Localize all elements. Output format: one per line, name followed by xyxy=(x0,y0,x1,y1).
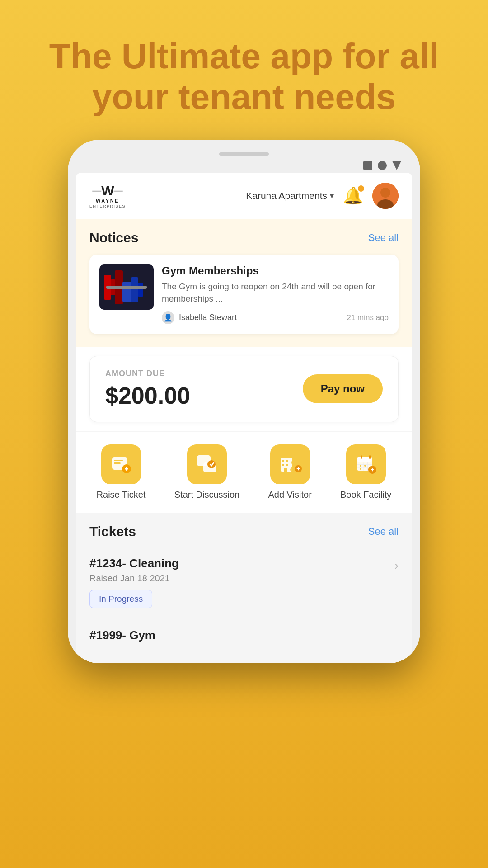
raise-ticket-icon xyxy=(101,444,141,484)
amount-value: $200.00 xyxy=(105,382,190,409)
svg-rect-24 xyxy=(286,464,288,466)
svg-rect-33 xyxy=(357,462,372,462)
add-visitor-label: Add Visitor xyxy=(268,490,311,500)
location-selector[interactable]: Karuna Apartments ▾ xyxy=(246,190,334,201)
tickets-title: Tickets xyxy=(89,524,136,539)
amount-info: AMOUNT DUE $200.00 xyxy=(105,369,190,409)
notices-see-all[interactable]: See all xyxy=(368,232,399,244)
amount-label: AMOUNT DUE xyxy=(105,369,190,378)
status-bar xyxy=(76,159,412,173)
start-discussion-action[interactable]: Start Discussion xyxy=(174,444,240,500)
add-visitor-action[interactable]: Add Visitor xyxy=(268,444,311,500)
svg-rect-21 xyxy=(282,460,284,462)
svg-point-40 xyxy=(360,468,361,470)
status-square-icon xyxy=(363,161,372,170)
ticket-1-content: #1234- Cleaning Raised Jan 18 2021 In Pr… xyxy=(89,557,394,608)
svg-rect-41 xyxy=(361,455,362,459)
svg-point-38 xyxy=(360,465,361,467)
phone-screen: — W — WAYNE ENTERPRISES Karuna Apartment… xyxy=(76,173,412,663)
svg-rect-16 xyxy=(126,467,127,471)
svg-rect-8 xyxy=(131,277,138,302)
ticket-1-date: Raised Jan 18 2021 xyxy=(89,573,394,584)
notification-bell[interactable]: 🔔 xyxy=(343,186,363,205)
svg-point-39 xyxy=(364,465,366,467)
hero-title: The Ultimate app for all your tenant nee… xyxy=(27,36,461,117)
notices-section: Notices See all xyxy=(76,219,412,346)
svg-point-19 xyxy=(207,460,216,468)
svg-rect-12 xyxy=(114,460,123,461)
tickets-section: Tickets See all #1234- Cleaning Raised J… xyxy=(76,513,412,663)
svg-rect-10 xyxy=(106,286,147,289)
ticket-1-badge: In Progress xyxy=(89,590,152,608)
add-visitor-icon xyxy=(270,444,310,484)
svg-rect-22 xyxy=(286,460,288,462)
amount-due-section: AMOUNT DUE $200.00 Pay now xyxy=(76,347,412,431)
svg-point-26 xyxy=(291,459,298,466)
ticket-2-id: #1999- Gym xyxy=(89,628,399,642)
svg-rect-7 xyxy=(122,282,131,302)
phone-mockup: — W — WAYNE ENTERPRISES Karuna Apartment… xyxy=(68,140,420,663)
avatar-image xyxy=(372,183,399,209)
logo: — W — WAYNE ENTERPRISES xyxy=(89,183,126,209)
svg-rect-13 xyxy=(114,462,121,464)
svg-rect-30 xyxy=(298,467,299,470)
app-header: — W — WAYNE ENTERPRISES Karuna Apartment… xyxy=(76,173,412,219)
book-facility-icon xyxy=(346,444,386,484)
tickets-see-all[interactable]: See all xyxy=(368,526,399,538)
status-wifi-icon xyxy=(392,161,401,170)
svg-rect-36 xyxy=(363,462,364,471)
quick-actions: Raise Ticket Start Discussion xyxy=(76,431,412,513)
chevron-down-icon: ▾ xyxy=(330,191,334,201)
author-name: Isabella Stewart xyxy=(179,313,237,322)
raise-ticket-action[interactable]: Raise Ticket xyxy=(97,444,146,500)
notices-header: Notices See all xyxy=(89,230,399,245)
notice-card[interactable]: Gym Memberships The Gym is going to reop… xyxy=(89,255,399,334)
avatar[interactable] xyxy=(372,183,399,209)
book-facility-label: Book Facility xyxy=(340,490,391,500)
gym-weights-svg xyxy=(102,266,151,309)
ticket-1-arrow: › xyxy=(394,558,399,573)
hero-title-area: The Ultimate app for all your tenant nee… xyxy=(0,0,488,140)
notice-content: Gym Memberships The Gym is going to reop… xyxy=(162,264,389,324)
start-discussion-label: Start Discussion xyxy=(174,490,240,500)
pay-now-button[interactable]: Pay now xyxy=(303,374,383,403)
svg-rect-25 xyxy=(284,468,287,472)
tickets-header: Tickets See all xyxy=(89,524,399,539)
notice-meta: 👤 Isabella Stewart 21 mins ago xyxy=(162,311,389,324)
phone-notch-bar xyxy=(76,152,412,156)
ticket-1-id: #1234- Cleaning xyxy=(89,557,394,571)
svg-rect-9 xyxy=(138,283,143,297)
svg-point-1 xyxy=(380,188,390,198)
author-avatar: 👤 xyxy=(162,311,174,324)
amount-card: AMOUNT DUE $200.00 Pay now xyxy=(89,356,399,422)
svg-rect-45 xyxy=(372,468,373,471)
notice-time: 21 mins ago xyxy=(347,313,389,322)
notice-text: The Gym is going to reopen on 24th and w… xyxy=(162,281,389,305)
location-label: Karuna Apartments xyxy=(246,190,327,201)
ticket-item-1[interactable]: #1234- Cleaning Raised Jan 18 2021 In Pr… xyxy=(89,547,399,618)
book-facility-action[interactable]: Book Facility xyxy=(340,444,391,500)
notices-title: Notices xyxy=(89,230,138,245)
start-discussion-icon xyxy=(187,444,227,484)
svg-rect-23 xyxy=(282,464,284,466)
notice-image xyxy=(99,264,154,310)
ticket-item-2[interactable]: #1999- Gym xyxy=(89,618,399,652)
svg-rect-42 xyxy=(369,455,371,459)
header-right: Karuna Apartments ▾ 🔔 xyxy=(246,183,399,209)
svg-rect-37 xyxy=(367,462,368,471)
status-circle-icon xyxy=(378,161,387,170)
raise-ticket-label: Raise Ticket xyxy=(97,490,146,500)
notice-title: Gym Memberships xyxy=(162,264,389,277)
